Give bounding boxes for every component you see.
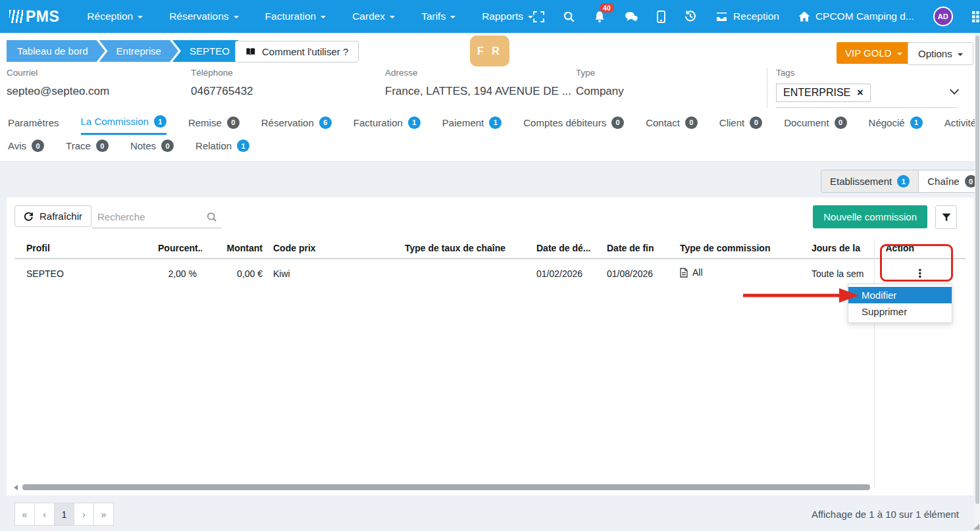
site-selector[interactable]: CPCOM Camping d... (798, 11, 914, 22)
page-1-button[interactable]: 1 (54, 503, 74, 526)
chevron-down-icon (234, 16, 239, 18)
email-value: septeo@septeo.com (7, 85, 191, 98)
cell-montant: 0,00 € (202, 259, 268, 288)
col-profil[interactable]: Profil (14, 238, 153, 259)
menu-item-modifier[interactable]: Modifier (848, 287, 952, 303)
options-button[interactable]: Options (908, 42, 973, 65)
hscroll-left-arrow[interactable] (14, 485, 18, 490)
row-actions-kebab-icon[interactable]: ⋮ (914, 267, 925, 280)
menu-reception[interactable]: Réception (87, 11, 143, 22)
scope-chaine[interactable]: Chaîne 0 (919, 170, 980, 192)
entity-header: Tableau de bord Entreprise SEPTEO Commen… (0, 33, 975, 162)
count-badge: 1 (154, 115, 167, 128)
refresh-button[interactable]: Rafraîchir (14, 205, 91, 227)
tab-avis[interactable]: Avis0 (8, 139, 44, 157)
filter-button[interactable] (935, 205, 957, 229)
col-type-commission[interactable]: Type de commission (675, 238, 806, 259)
col-date-fin[interactable]: Date de fin (602, 238, 675, 259)
horizontal-scrollbar[interactable] (22, 484, 870, 490)
count-badge: 0 (835, 116, 847, 129)
breadcrumb-dashboard[interactable]: Tableau de bord (7, 40, 105, 62)
pagination-summary: Affichage de 1 à 10 sur 1 élément (812, 509, 959, 520)
page-first-button[interactable]: « (14, 503, 35, 526)
tab-comptes-debiteurs[interactable]: Comptes débiteurs0 (523, 115, 624, 135)
col-pourcentage[interactable]: Pourcent... (153, 238, 202, 259)
chevron-down-icon (138, 16, 143, 18)
col-type-taux[interactable]: Type de taux de chaîne (400, 238, 531, 259)
menu-tarifs[interactable]: Tarifs (421, 11, 455, 22)
vip-gold-button[interactable]: VIP GOLD (837, 42, 911, 64)
language-flag-badge: F R (470, 36, 509, 66)
site-label: CPCOM Camping d... (815, 11, 914, 22)
vertical-scrollbar-track[interactable] (975, 33, 980, 531)
menu-rapports[interactable]: Rapports (482, 11, 533, 22)
new-commission-button[interactable]: Nouvelle commission (813, 205, 927, 228)
tab-trace[interactable]: Trace0 (66, 139, 109, 157)
tab-facturation[interactable]: Facturation1 (353, 115, 421, 135)
main-menu: Réception Réservations Facturation Carde… (87, 11, 533, 22)
entity-fields: Courriel septeo@septeo.com Téléphone 046… (7, 68, 780, 98)
notifications-bell-icon[interactable]: 40 (594, 11, 606, 23)
tab-negocie[interactable]: Négocié1 (869, 115, 923, 135)
tab-document[interactable]: Document0 (784, 115, 846, 135)
book-icon (245, 47, 256, 57)
notification-count-badge: 40 (600, 3, 614, 13)
tab-client[interactable]: Client0 (719, 115, 762, 135)
chevron-down-icon[interactable] (950, 86, 959, 95)
tab-notes[interactable]: Notes0 (130, 139, 174, 157)
tab-la-commission[interactable]: La Commission1 (81, 115, 167, 135)
top-navbar: PMS Réception Réservations Facturation C… (0, 0, 980, 33)
breadcrumb-entreprise[interactable]: Entreprise (99, 40, 178, 62)
cell-pourcentage: 2,00 % (153, 259, 202, 288)
apps-grid-icon[interactable] (972, 11, 980, 22)
menu-item-supprimer[interactable]: Supprimer (848, 303, 952, 320)
scope-etablissement[interactable]: Etablissement 1 (821, 170, 919, 192)
cell-date-debut: 01/02/2026 (531, 259, 602, 288)
menu-reservations[interactable]: Réservations (169, 11, 238, 22)
tab-reservation[interactable]: Réservation6 (261, 115, 332, 135)
count-badge: 0 (32, 139, 44, 152)
col-date-debut[interactable]: Date de dé... (531, 238, 602, 259)
search-icon[interactable] (563, 11, 575, 22)
cell-code-prix: Kiwi (268, 259, 400, 288)
col-code-prix[interactable]: Code prix (268, 238, 400, 259)
menu-cardex[interactable]: Cardex (352, 11, 395, 22)
page-next-button[interactable]: › (74, 503, 94, 526)
tab-remise[interactable]: Remise0 (188, 115, 240, 135)
tab-contact[interactable]: Contact0 (646, 115, 698, 135)
home-icon (798, 11, 810, 22)
vertical-scrollbar-thumb[interactable] (975, 36, 979, 504)
user-avatar[interactable]: AD (933, 7, 953, 26)
tab-relation[interactable]: Relation1 (195, 139, 249, 157)
count-badge: 6 (319, 116, 332, 129)
chevron-down-icon (528, 16, 533, 18)
tags-input[interactable]: ENTERPRISE × (776, 84, 958, 108)
col-jours[interactable]: Jours de la (806, 238, 874, 259)
reception-switch[interactable]: Reception (715, 11, 779, 22)
page-prev-button[interactable]: ‹ (34, 503, 55, 526)
table-header-row: Profil Pourcent... Montant Code prix Typ… (14, 238, 966, 259)
history-icon[interactable] (684, 11, 696, 22)
menu-facturation[interactable]: Facturation (265, 11, 326, 22)
fullscreen-icon[interactable] (533, 11, 544, 22)
tab-paiement[interactable]: Paiement1 (442, 115, 502, 135)
search-input[interactable] (92, 206, 221, 228)
cell-type-taux (400, 259, 531, 288)
mobile-device-icon[interactable] (657, 11, 665, 23)
count-badge: 0 (750, 116, 762, 129)
chevron-down-icon (390, 16, 395, 18)
pms-logo[interactable]: PMS (9, 8, 59, 26)
field-telephone: Téléphone 0467765432 (191, 68, 385, 98)
chat-icon[interactable] (625, 11, 638, 22)
entity-tabs: Paramètres La Commission1 Remise0 Réserv… (8, 115, 966, 157)
col-montant[interactable]: Montant (202, 238, 268, 259)
page-last-button[interactable]: » (93, 503, 114, 526)
tab-parametres[interactable]: Paramètres (8, 115, 59, 135)
count-badge: 1 (897, 175, 910, 188)
brand-name: PMS (26, 8, 59, 26)
table-row[interactable]: SEPTEO 2,00 % 0,00 € Kiwi 01/02/2026 01/… (14, 259, 966, 288)
action-column-divider (874, 238, 875, 486)
chevron-down-icon (958, 53, 963, 56)
how-to-use-button[interactable]: Comment l'utiliser ? (235, 41, 359, 63)
remove-tag-icon[interactable]: × (857, 88, 863, 98)
